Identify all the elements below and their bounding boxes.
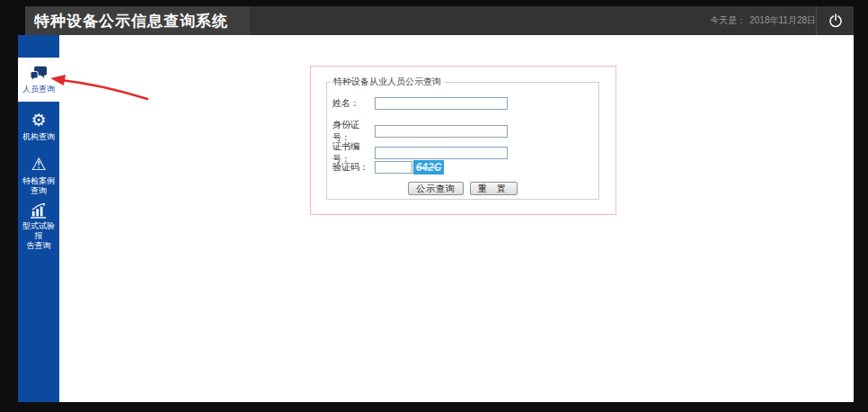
gear-icon: ⚙	[31, 112, 46, 130]
public-query-button[interactable]: 公示查询	[408, 182, 464, 195]
title-area: 特种设备公示信息查询系统	[25, 6, 250, 35]
query-form-container: 特种设备从业人员公示查询 姓名： 身份证号： 证书编号： 验证码： 642C 公…	[310, 66, 616, 215]
name-input[interactable]	[375, 97, 508, 110]
name-field-row: 姓名：	[332, 97, 508, 110]
captcha-image[interactable]: 642C	[413, 160, 444, 175]
date-display: 今天是： 2018年11月28日	[710, 6, 816, 35]
date-label: 今天是：	[710, 14, 746, 27]
sidebar-item-label-line2: 告查询	[27, 241, 51, 250]
sidebar-item-label: 机构查询	[22, 132, 55, 142]
main-content: 特种设备从业人员公示查询 姓名： 身份证号： 证书编号： 验证码： 642C 公…	[59, 35, 854, 402]
sidebar-item-inspection-case-query[interactable]: ⚠ 特检案例 查询	[18, 150, 59, 202]
sidebar-item-type-test-report-query[interactable]: 型式试验报 告查询	[18, 198, 59, 256]
page-title: 特种设备公示信息查询系统	[34, 11, 228, 31]
date-value: 2018年11月28日	[749, 14, 816, 27]
personnel-query-fieldset: 特种设备从业人员公示查询 姓名： 身份证号： 证书编号： 验证码： 642C 公…	[326, 76, 599, 200]
id-number-input[interactable]	[375, 125, 508, 138]
fieldset-legend: 特种设备从业人员公示查询	[331, 76, 444, 88]
captcha-field-row: 验证码： 642C	[332, 160, 444, 175]
captcha-input[interactable]	[375, 161, 412, 174]
bar-chart-icon	[30, 203, 48, 219]
certificate-number-input[interactable]	[375, 147, 508, 159]
power-icon	[828, 13, 844, 29]
button-row: 公示查询 重 置	[327, 182, 598, 195]
warning-icon: ⚠	[31, 156, 46, 174]
sidebar-item-label: 人员查询	[22, 85, 55, 94]
sidebar-item-label-line1: 特检案例	[22, 176, 55, 185]
sidebar-item-personnel-query[interactable]: 人员查询	[18, 58, 59, 102]
sidebar-nav: 人员查询 ⚙ 机构查询 ⚠ 特检案例 查询 型式试验报 告查询	[18, 35, 59, 402]
captcha-label: 验证码：	[332, 161, 375, 174]
sidebar-item-label-line2: 查询	[31, 186, 47, 195]
name-label: 姓名：	[332, 97, 375, 110]
sidebar-item-institution-query[interactable]: ⚙ 机构查询	[18, 106, 59, 148]
reset-button[interactable]: 重 置	[470, 182, 518, 195]
sidebar-item-label-line1: 型式试验报	[22, 221, 55, 240]
chat-bubbles-icon	[30, 66, 48, 82]
logout-button[interactable]	[817, 6, 854, 35]
header-bar: 特种设备公示信息查询系统 今天是： 2018年11月28日	[25, 6, 854, 35]
